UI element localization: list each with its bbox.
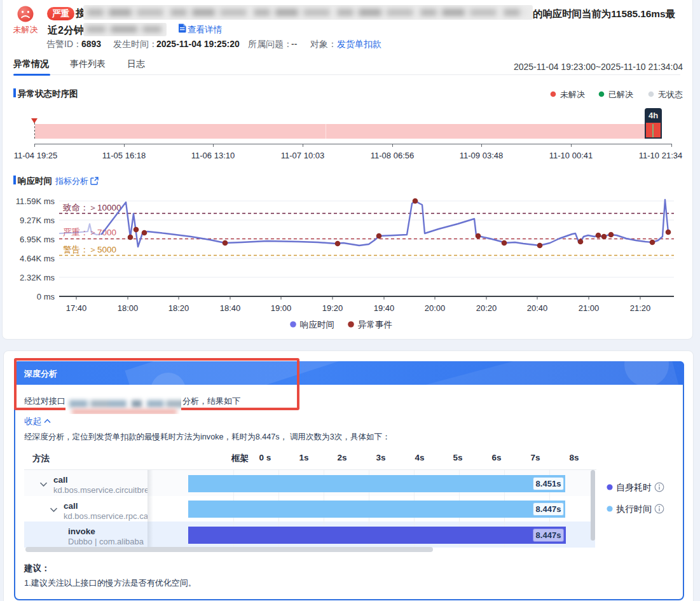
svg-text:异常事件: 异常事件: [358, 320, 392, 329]
svg-text:2.32K ms: 2.32K ms: [20, 273, 55, 282]
svg-text:6.95K ms: 6.95K ms: [20, 235, 55, 244]
svg-text:19:00: 19:00: [271, 303, 292, 313]
svg-text:11-10 21:34: 11-10 21:34: [639, 151, 682, 160]
svg-text:执行时间: 执行时间: [616, 504, 652, 514]
svg-text:11-07 10:03: 11-07 10:03: [281, 151, 324, 160]
svg-text:20:00: 20:00: [425, 303, 446, 313]
svg-text:11-06 13:10: 11-06 13:10: [191, 151, 235, 160]
svg-text:19:40: 19:40: [374, 303, 395, 313]
svg-text:21:00: 21:00: [579, 303, 600, 313]
svg-text:20:40: 20:40: [527, 303, 548, 313]
svg-text:11-09 03:48: 11-09 03:48: [460, 151, 503, 160]
svg-text:18:20: 18:20: [168, 303, 189, 313]
svg-text:11-08 06:56: 11-08 06:56: [371, 151, 414, 160]
svg-text:响应时间: 响应时间: [300, 320, 334, 329]
svg-text:0 ms: 0 ms: [37, 292, 55, 301]
svg-text:自身耗时: 自身耗时: [616, 482, 652, 492]
svg-text:11-10 00:41: 11-10 00:41: [549, 151, 593, 160]
svg-text:19:20: 19:20: [322, 303, 343, 313]
svg-text:11-04 19:25: 11-04 19:25: [14, 151, 57, 160]
svg-text:警告：＞5000: 警告：＞5000: [63, 245, 116, 254]
svg-text:18:40: 18:40: [220, 303, 241, 313]
svg-text:已解决: 已解决: [608, 90, 633, 99]
svg-text:无状态: 无状态: [658, 90, 683, 99]
svg-text:11.59K ms: 11.59K ms: [16, 197, 55, 206]
svg-text:17:40: 17:40: [66, 303, 87, 313]
svg-text:未解决: 未解决: [560, 90, 585, 99]
svg-text:4.64K ms: 4.64K ms: [20, 254, 55, 263]
svg-text:18:00: 18:00: [118, 303, 139, 313]
svg-text:11-05 16:18: 11-05 16:18: [102, 151, 146, 160]
svg-text:20:20: 20:20: [476, 303, 497, 313]
svg-text:致命：＞10000: 致命：＞10000: [63, 203, 121, 212]
svg-text:9.27K ms: 9.27K ms: [20, 216, 55, 225]
svg-text:21:20: 21:20: [630, 303, 651, 313]
